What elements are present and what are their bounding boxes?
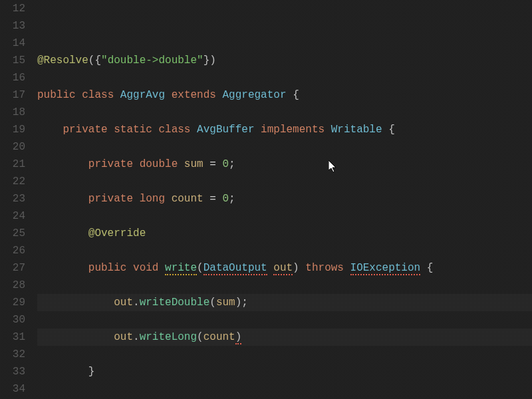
line-number: 20 (0, 138, 25, 156)
line-number: 30 (0, 311, 25, 329)
code-area[interactable]: @Resolve({"double->double"}) public clas… (37, 0, 532, 399)
line-number: 31 (0, 329, 25, 346)
code-line[interactable]: @Override (37, 225, 532, 242)
line-number: 25 (0, 225, 25, 242)
code-line[interactable]: public class AggrAvg extends Aggregator … (37, 86, 532, 104)
line-number: 27 (0, 259, 25, 277)
code-line[interactable]: } (37, 363, 532, 380)
line-number: 34 (0, 380, 25, 398)
code-line[interactable]: public void write(DataOutput out) throws… (37, 259, 532, 277)
code-line[interactable]: private static class AvgBuffer implement… (37, 121, 532, 138)
line-number: 12 (0, 0, 25, 17)
line-number: 32 (0, 346, 25, 363)
line-number: 19 (0, 121, 25, 138)
line-number: 13 (0, 17, 25, 35)
line-number: 15 (0, 52, 25, 69)
line-number: 18 (0, 104, 25, 121)
code-editor[interactable]: 12 13 14 15 16 17 18 19 20 21 22 23 24 2… (0, 0, 532, 399)
code-line[interactable]: private double sum = 0; (37, 156, 532, 173)
code-line[interactable] (37, 17, 532, 35)
line-number: 29 (0, 294, 25, 311)
line-number: 26 (0, 242, 25, 259)
line-number: 33 (0, 363, 25, 380)
line-number: 24 (0, 207, 25, 225)
code-line[interactable]: private long count = 0; (37, 190, 532, 207)
line-number: 23 (0, 190, 25, 207)
code-line[interactable]: out.writeDouble(sum); (37, 294, 532, 311)
code-line[interactable]: out.writeLong(count) (37, 329, 532, 346)
line-number: 17 (0, 86, 25, 104)
line-number: 16 (0, 69, 25, 86)
code-line[interactable]: @Resolve({"double->double"}) (37, 52, 532, 69)
line-number: 22 (0, 173, 25, 190)
line-number: 28 (0, 277, 25, 294)
line-number: 14 (0, 35, 25, 52)
line-number: 21 (0, 156, 25, 173)
line-number-gutter: 12 13 14 15 16 17 18 19 20 21 22 23 24 2… (0, 0, 37, 399)
